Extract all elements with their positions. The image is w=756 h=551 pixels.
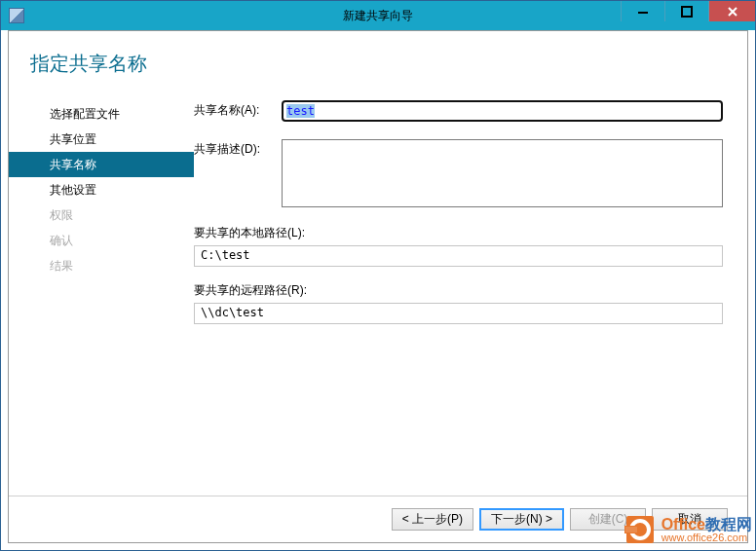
- step-share-name[interactable]: 共享名称: [9, 152, 194, 177]
- body-row: 选择配置文件 共享位置 共享名称 其他设置 权限 确认 结果 共享名称(A): …: [9, 96, 747, 340]
- form-area: 共享名称(A): 共享描述(D): 要共享的本地路径(L): C:\test 要…: [194, 96, 747, 340]
- share-desc-label: 共享描述(D):: [194, 139, 282, 158]
- step-confirm: 确认: [9, 228, 194, 253]
- share-desc-input[interactable]: [282, 139, 723, 207]
- share-name-row: 共享名称(A):: [194, 100, 723, 122]
- maximize-icon: [681, 6, 693, 18]
- cancel-button[interactable]: 取消: [652, 508, 728, 531]
- step-permissions: 权限: [9, 202, 194, 228]
- share-name-input[interactable]: [282, 100, 723, 122]
- close-button[interactable]: [708, 1, 755, 21]
- local-path-value: C:\test: [194, 245, 723, 267]
- local-path-label: 要共享的本地路径(L):: [194, 225, 723, 241]
- share-name-label: 共享名称(A):: [194, 100, 282, 119]
- next-button[interactable]: 下一步(N) >: [479, 508, 564, 531]
- page-heading: 指定共享名称: [9, 31, 747, 96]
- share-desc-row: 共享描述(D):: [194, 139, 723, 207]
- minimize-icon: [637, 6, 649, 18]
- remote-path-value: \\dc\test: [194, 303, 723, 324]
- wizard-footer: < 上一步(P) 下一步(N) > 创建(C) 取消: [9, 496, 747, 542]
- wizard-steps-sidebar: 选择配置文件 共享位置 共享名称 其他设置 权限 确认 结果: [9, 96, 194, 340]
- maximize-button[interactable]: [664, 1, 708, 21]
- step-result: 结果: [9, 253, 194, 278]
- previous-button[interactable]: < 上一步(P): [392, 508, 473, 531]
- minimize-button[interactable]: [621, 1, 664, 21]
- content-pane: 指定共享名称 选择配置文件 共享位置 共享名称 其他设置 权限 确认 结果 共享…: [8, 30, 748, 543]
- wizard-window: 新建共享向导 指定共享名称 选择配置文件 共享位置 共享名称 其他设置 权限 确…: [0, 0, 756, 551]
- svg-rect-0: [638, 12, 648, 14]
- close-icon: [727, 6, 738, 18]
- step-other-settings[interactable]: 其他设置: [9, 177, 194, 202]
- step-share-location[interactable]: 共享位置: [9, 127, 194, 152]
- window-controls: [621, 1, 755, 21]
- remote-path-group: 要共享的远程路径(R): \\dc\test: [194, 282, 723, 324]
- svg-rect-1: [682, 7, 692, 17]
- local-path-group: 要共享的本地路径(L): C:\test: [194, 225, 723, 267]
- create-button: 创建(C): [570, 508, 646, 531]
- remote-path-label: 要共享的远程路径(R):: [194, 282, 723, 299]
- step-select-profile[interactable]: 选择配置文件: [9, 101, 194, 127]
- titlebar: 新建共享向导: [1, 1, 755, 30]
